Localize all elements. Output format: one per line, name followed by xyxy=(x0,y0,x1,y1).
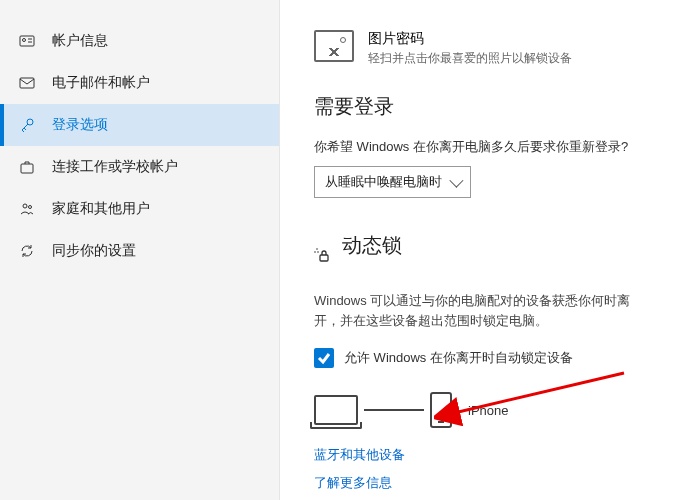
svg-point-14 xyxy=(314,251,316,253)
svg-rect-9 xyxy=(21,164,33,173)
dynamic-lock-description: Windows 可以通过与你的电脑配对的设备获悉你何时离开，并在这些设备超出范围… xyxy=(314,291,656,330)
bluetooth-link[interactable]: 蓝牙和其他设备 xyxy=(314,446,656,464)
sidebar: 帐户信息 电子邮件和帐户 登录选项 连接工作或学校帐户 家庭和其他用户 同步你的… xyxy=(0,0,280,500)
svg-line-7 xyxy=(22,130,24,132)
nav-family[interactable]: 家庭和其他用户 xyxy=(0,188,279,230)
svg-point-13 xyxy=(316,248,318,250)
dynamic-lock-section: 动态锁 Windows 可以通过与你的电脑配对的设备获悉你何时离开，并在这些设备… xyxy=(314,232,656,492)
picture-password-row[interactable]: 图片密码 轻扫并点击你最喜爱的照片以解锁设备 xyxy=(314,30,656,67)
main-content: 图片密码 轻扫并点击你最喜爱的照片以解锁设备 需要登录 你希望 Windows … xyxy=(280,0,686,500)
picture-icon xyxy=(314,30,354,62)
picture-password-subtitle: 轻扫并点击你最喜爱的照片以解锁设备 xyxy=(368,50,572,67)
laptop-icon xyxy=(314,395,358,425)
svg-rect-4 xyxy=(20,78,34,88)
key-icon xyxy=(18,116,36,134)
device-pair-row: iPhone xyxy=(314,392,656,428)
briefcase-icon xyxy=(18,158,36,176)
nav-work-school[interactable]: 连接工作或学校帐户 xyxy=(0,146,279,188)
paired-phone-label: iPhone xyxy=(468,403,508,418)
nav-label: 家庭和其他用户 xyxy=(52,200,150,218)
mail-icon xyxy=(18,74,36,92)
dynamic-lock-checkbox[interactable] xyxy=(314,348,334,368)
annotation-arrow xyxy=(434,368,634,428)
person-card-icon xyxy=(18,32,36,50)
dynamic-lock-icon xyxy=(314,246,332,264)
svg-point-1 xyxy=(23,39,26,42)
require-signin-select[interactable]: 从睡眠中唤醒电脑时 xyxy=(314,166,471,198)
svg-rect-0 xyxy=(20,36,34,46)
nav-label: 帐户信息 xyxy=(52,32,108,50)
svg-point-11 xyxy=(29,206,32,209)
dynamic-lock-checkbox-label: 允许 Windows 在你离开时自动锁定设备 xyxy=(344,349,573,367)
nav-label: 同步你的设置 xyxy=(52,242,136,260)
svg-point-15 xyxy=(317,251,319,253)
nav-email[interactable]: 电子邮件和帐户 xyxy=(0,62,279,104)
sync-icon xyxy=(18,242,36,260)
svg-point-10 xyxy=(23,204,27,208)
nav-label: 登录选项 xyxy=(52,116,108,134)
select-value: 从睡眠中唤醒电脑时 xyxy=(325,173,442,191)
nav-label: 连接工作或学校帐户 xyxy=(52,158,178,176)
learn-more-link[interactable]: 了解更多信息 xyxy=(314,474,656,492)
dynamic-lock-heading: 动态锁 xyxy=(342,232,402,259)
require-signin-question: 你希望 Windows 在你离开电脑多久后要求你重新登录? xyxy=(314,138,656,156)
require-signin-section: 需要登录 你希望 Windows 在你离开电脑多久后要求你重新登录? 从睡眠中唤… xyxy=(314,93,656,198)
svg-line-8 xyxy=(24,128,26,130)
nav-label: 电子邮件和帐户 xyxy=(52,74,150,92)
require-signin-heading: 需要登录 xyxy=(314,93,656,120)
connection-line-icon xyxy=(364,409,424,411)
nav-sync[interactable]: 同步你的设置 xyxy=(0,230,279,272)
picture-password-title: 图片密码 xyxy=(368,30,572,48)
chevron-down-icon xyxy=(449,174,463,188)
nav-account-info[interactable]: 帐户信息 xyxy=(0,20,279,62)
people-icon xyxy=(18,200,36,218)
nav-signin-options[interactable]: 登录选项 xyxy=(0,104,279,146)
svg-rect-12 xyxy=(320,255,328,261)
phone-icon xyxy=(430,392,452,428)
